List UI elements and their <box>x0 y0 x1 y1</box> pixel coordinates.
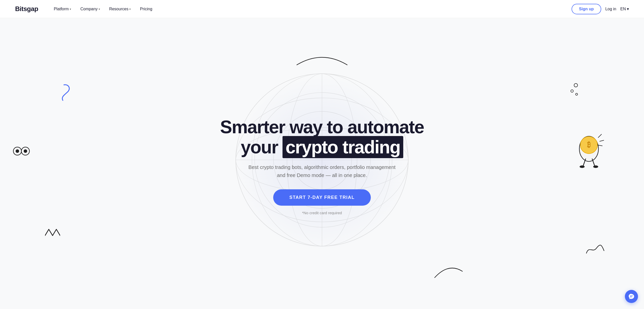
navbar: Bitsgap Platform ▾ Company ▾ Resources ▾… <box>0 0 644 18</box>
nav-resources[interactable]: Resources ▾ <box>106 5 134 13</box>
deco-swoosh-br <box>433 261 464 280</box>
chevron-down-icon: ▾ <box>129 8 131 11</box>
hero-section: ₿ Smarter way to automate your crypto tr… <box>0 18 644 309</box>
nav-pricing[interactable]: Pricing <box>136 5 156 13</box>
chevron-down-icon: ▾ <box>99 8 100 11</box>
svg-text:₿: ₿ <box>587 141 591 149</box>
nav-platform[interactable]: Platform ▾ <box>50 5 75 13</box>
svg-point-26 <box>593 165 598 168</box>
deco-squiggle-br <box>585 243 605 257</box>
svg-point-14 <box>574 83 578 87</box>
deco-blue-squiggle <box>56 81 75 105</box>
hero-title-highlight: crypto trading <box>283 136 403 158</box>
svg-point-11 <box>16 149 19 153</box>
no-credit-text: *No credit card required <box>220 211 424 215</box>
chat-button[interactable] <box>625 290 638 303</box>
nav-right: Sign up Log in EN ▾ <box>572 4 629 14</box>
logo[interactable]: Bitsgap <box>15 5 38 13</box>
login-link[interactable]: Log in <box>605 7 616 11</box>
signup-button[interactable]: Sign up <box>572 4 601 14</box>
hero-content: Smarter way to automate your crypto trad… <box>220 117 424 215</box>
nav-links: Platform ▾ Company ▾ Resources ▾ Pricing <box>50 5 572 13</box>
nav-company[interactable]: Company ▾ <box>77 5 103 13</box>
deco-zigzag <box>45 227 60 239</box>
language-selector[interactable]: EN ▾ <box>620 7 629 11</box>
hero-subtitle: Best crypto trading bots, algorithmic or… <box>247 163 397 179</box>
chevron-down-icon: ▾ <box>627 7 629 11</box>
deco-bitcoin-character: ₿ <box>573 129 605 170</box>
deco-eyes <box>13 146 31 157</box>
svg-point-15 <box>571 90 573 92</box>
svg-line-20 <box>598 134 601 138</box>
deco-small-circles <box>567 82 580 98</box>
svg-point-16 <box>576 93 578 95</box>
hero-title: Smarter way to automate your crypto trad… <box>220 117 424 157</box>
trial-button[interactable]: START 7-DAY FREE TRIAL <box>273 189 371 206</box>
svg-point-25 <box>580 165 585 168</box>
deco-arc-top <box>294 47 350 68</box>
svg-line-21 <box>600 140 604 141</box>
chevron-down-icon: ▾ <box>70 8 71 11</box>
svg-point-13 <box>24 149 27 153</box>
